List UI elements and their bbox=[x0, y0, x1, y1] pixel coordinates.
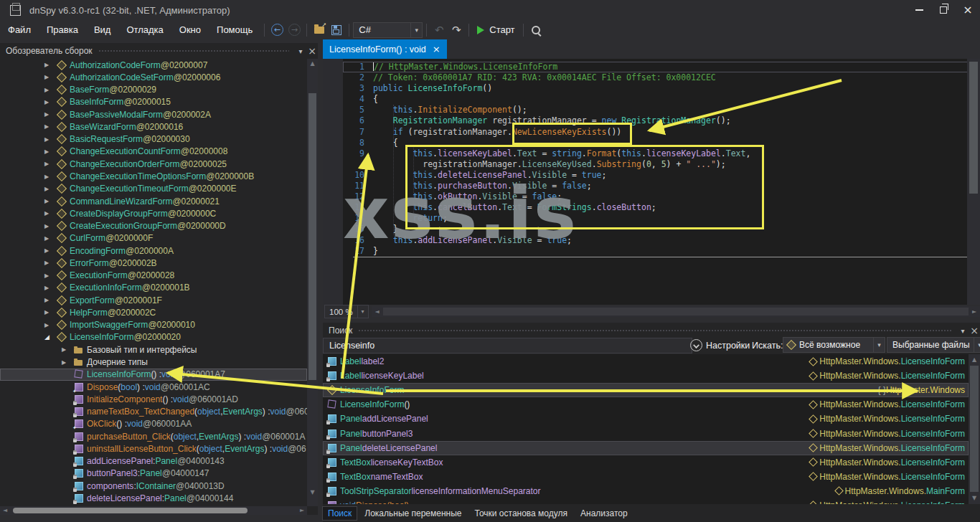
save-button[interactable] bbox=[328, 22, 345, 39]
search-result-row[interactable]: void Dispose(bool)HttpMaster.Windows.Lic… bbox=[323, 498, 969, 504]
tree-row[interactable]: ▶BaseWizardForm @02000016 bbox=[0, 120, 307, 133]
navigate-back-button[interactable]: ← bbox=[268, 22, 286, 39]
tree-row[interactable]: buttonPanel3 : Panel @04000147 bbox=[0, 468, 307, 480]
settings-chevron-icon[interactable] bbox=[690, 339, 702, 351]
expander-icon[interactable]: ▶ bbox=[44, 74, 56, 80]
expander-icon[interactable]: ▶ bbox=[44, 247, 56, 254]
expander-icon[interactable]: ▶ bbox=[44, 161, 56, 167]
panel-close-icon[interactable]: × bbox=[969, 325, 980, 336]
tree-vertical-scrollbar[interactable]: ▲ ▼ bbox=[307, 59, 318, 506]
search-result-row[interactable]: TextBox nameTextBoxHttpMaster.Windows.Li… bbox=[323, 470, 969, 484]
tree-row[interactable]: ▶ImportSwaggerForm @02000010 bbox=[0, 319, 307, 331]
chevron-down-icon[interactable]: ▾ bbox=[358, 305, 369, 318]
scrollbar-thumb[interactable] bbox=[308, 93, 316, 380]
tree-row[interactable]: ▶ChangeExecutionCountForm @02000008 bbox=[0, 146, 307, 158]
expander-icon[interactable]: ▶ bbox=[44, 235, 56, 242]
search-scope-select[interactable]: Всё возможное ▾ bbox=[783, 337, 885, 353]
navigate-forward-button[interactable]: → bbox=[286, 22, 303, 39]
tab-licenseinfoform[interactable]: LicenseInfoForm() : void × bbox=[323, 39, 447, 59]
scrollbar-thumb[interactable] bbox=[383, 308, 969, 315]
menu-5[interactable]: Помощь bbox=[209, 20, 260, 39]
tree-row[interactable]: ▶Дочерние типы bbox=[0, 356, 307, 368]
results-vertical-scrollbar[interactable]: ▲ ▼ bbox=[969, 354, 980, 504]
scrollbar-thumb[interactable] bbox=[969, 62, 978, 194]
expander-icon[interactable]: ▶ bbox=[62, 359, 73, 366]
expander-icon[interactable]: ▶ bbox=[44, 210, 56, 217]
tree-row[interactable]: ▶CreateExecutionGroupForm @0200000D bbox=[0, 219, 307, 232]
scrollbar-thumb[interactable] bbox=[13, 508, 248, 513]
tree-row[interactable]: components : IContainer @0400013D bbox=[0, 480, 307, 492]
tree-row[interactable]: nameTextBox_TextChanged(object, EventArg… bbox=[0, 405, 307, 417]
bottom-tab-0[interactable]: Поиск bbox=[323, 507, 357, 520]
tree-row[interactable]: ◢LicenseInfoForm @02000020 bbox=[0, 331, 307, 343]
expander-icon[interactable]: ▶ bbox=[44, 223, 56, 229]
editor-vertical-scrollbar[interactable] bbox=[967, 59, 980, 305]
tree-row[interactable]: ▶BaseForm @02000029 bbox=[0, 84, 307, 96]
search-result-row[interactable]: LicenseInfoForm{ } HttpMaster.Windows bbox=[323, 383, 969, 397]
menu-4[interactable]: Окно bbox=[171, 20, 209, 39]
search-result-row[interactable]: Label licenseKeyLabelHttpMaster.Windows.… bbox=[323, 369, 969, 383]
open-button[interactable] bbox=[311, 22, 328, 39]
tree-row[interactable]: ▶ExportForm @0200001F bbox=[0, 294, 307, 306]
panel-close-icon[interactable]: × bbox=[306, 45, 318, 57]
search-files-select[interactable]: Выбранные файлы ▾ bbox=[887, 337, 980, 353]
expander-icon[interactable]: ▶ bbox=[44, 62, 56, 68]
settings-label[interactable]: Настройки bbox=[706, 341, 750, 351]
search-assemblies-button[interactable] bbox=[527, 22, 545, 39]
tree-row[interactable]: ▶AuthorizationCodeForm @02000007 bbox=[0, 59, 307, 71]
expander-icon[interactable]: ▶ bbox=[44, 148, 56, 155]
tree-row[interactable]: addLicensePanel : Panel @04000143 bbox=[0, 455, 307, 468]
expander-icon[interactable]: ▶ bbox=[44, 99, 56, 105]
tree-row[interactable]: ▶EncodingForm @0200000A bbox=[0, 245, 307, 257]
expander-icon[interactable]: ▶ bbox=[44, 136, 56, 143]
tree-row[interactable]: OkClick() : void @060001AA bbox=[0, 418, 307, 430]
window-position-menu-icon[interactable]: ▾ bbox=[295, 47, 306, 55]
search-result-row[interactable]: Panel deleteLicensePanelHttpMaster.Windo… bbox=[323, 441, 969, 455]
tree-row[interactable]: ▶CurlForm @0200000F bbox=[0, 232, 307, 245]
minimize-button[interactable] bbox=[907, 0, 931, 20]
search-result-row[interactable]: Label label2HttpMaster.Windows.LicenseIn… bbox=[323, 354, 969, 369]
expander-icon[interactable]: ▶ bbox=[44, 272, 56, 279]
expander-icon[interactable]: ▶ bbox=[44, 198, 56, 204]
bottom-tab-3[interactable]: Анализатор bbox=[575, 507, 633, 520]
expander-icon[interactable]: ▶ bbox=[44, 186, 56, 192]
bottom-tab-1[interactable]: Локальные переменные bbox=[359, 507, 466, 520]
expander-icon[interactable]: ▶ bbox=[44, 111, 56, 118]
language-select[interactable]: C# ▾ bbox=[353, 22, 423, 38]
search-result-row[interactable]: ToolStripSeparator licenseInformationMen… bbox=[323, 484, 969, 498]
tree-row[interactable]: ▶Базовый тип и интерфейсы bbox=[0, 343, 307, 356]
menu-2[interactable]: Вид bbox=[86, 20, 119, 39]
expander-icon[interactable]: ▶ bbox=[62, 346, 73, 353]
tree-row[interactable]: ▶BasicRequestForm @02000030 bbox=[0, 133, 307, 146]
tree-row[interactable]: ▶CommandLineWizardForm @02000021 bbox=[0, 195, 307, 207]
expander-icon[interactable]: ▶ bbox=[44, 260, 56, 266]
expander-icon[interactable]: ▶ bbox=[44, 322, 56, 328]
editor-horizontal-scrollbar[interactable]: ◄ ► bbox=[372, 306, 980, 317]
tree-horizontal-scrollbar[interactable]: ◄ ► bbox=[0, 506, 307, 515]
start-debug-button[interactable]: Старт bbox=[473, 24, 519, 35]
tree-row[interactable]: InitializeComponent() : void @060001AD bbox=[0, 393, 307, 405]
expander-icon[interactable]: ▶ bbox=[44, 174, 56, 180]
expander-icon[interactable]: ◢ bbox=[44, 333, 56, 341]
expander-icon[interactable]: ▶ bbox=[44, 309, 56, 315]
tree-row[interactable]: ▶ChangeExecutionOrderForm @02000025 bbox=[0, 158, 307, 170]
tree-row[interactable]: ▶ExecutionInfoForm @0200001B bbox=[0, 282, 307, 294]
tree-row[interactable]: uninstallLicenseButton_Click(object, Eve… bbox=[0, 442, 307, 455]
tree-row[interactable]: ▶ChangeExecutionTimeoutForm @0200000E bbox=[0, 183, 307, 195]
tree-row[interactable]: ▶ErrorForm @0200002B bbox=[0, 257, 307, 269]
expander-icon[interactable]: ▶ bbox=[44, 285, 56, 291]
window-position-menu-icon[interactable]: ▾ bbox=[957, 327, 969, 335]
tree-row[interactable]: ▶BaseInfoForm @02000015 bbox=[0, 96, 307, 108]
tree-row[interactable]: ▶HelpForm @0200002C bbox=[0, 306, 307, 318]
menu-0[interactable]: Файл bbox=[0, 20, 39, 39]
tree-row[interactable]: ▶BasePassiveModalForm @0200002A bbox=[0, 108, 307, 120]
search-result-row[interactable]: LicenseInfoForm()HttpMaster.Windows.Lice… bbox=[323, 397, 969, 412]
tree-row[interactable]: purchaseButton_Click(object, EventArgs) … bbox=[0, 430, 307, 442]
tree-row[interactable]: ▶ExecutionForm @02000028 bbox=[0, 270, 307, 282]
tab-close-icon[interactable]: × bbox=[433, 44, 440, 54]
search-result-row[interactable]: TextBox licenseKeyTextBoxHttpMaster.Wind… bbox=[323, 455, 969, 470]
close-button[interactable]: × bbox=[956, 0, 980, 20]
tree-row[interactable]: Dispose(bool) : void @060001AC bbox=[0, 381, 307, 393]
tree-row[interactable]: ▶CreateDisplayGroupForm @0200000C bbox=[0, 207, 307, 219]
expander-icon[interactable]: ▶ bbox=[44, 297, 56, 303]
